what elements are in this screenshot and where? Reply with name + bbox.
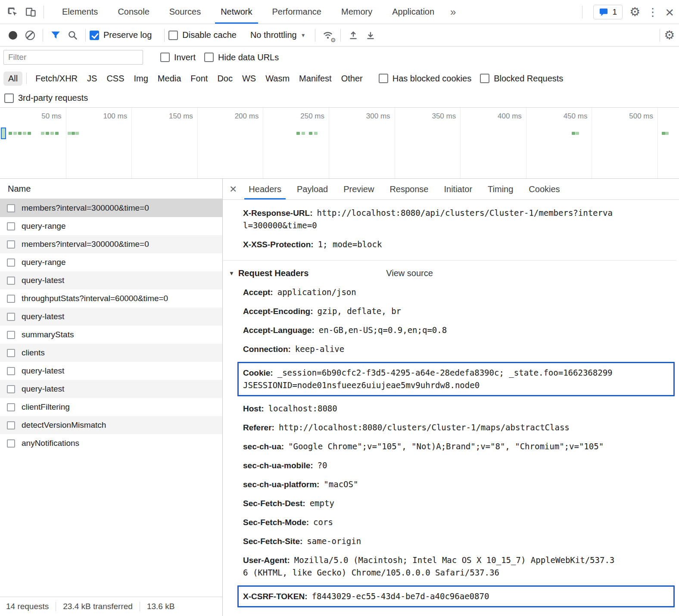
type-filter-img[interactable]: Img <box>129 72 153 86</box>
type-filter-js[interactable]: JS <box>82 72 102 86</box>
section-collapse-arrow[interactable]: ▼ <box>229 270 234 277</box>
issues-count: 1 <box>612 7 617 17</box>
header-value: http://localhost:8080/api/clusters/Clust… <box>317 208 613 218</box>
header-name: Cookie: <box>243 368 273 377</box>
main-tab-sources[interactable]: Sources <box>159 0 211 24</box>
detail-tab-cookies[interactable]: Cookies <box>521 179 567 199</box>
request-row[interactable]: query-range <box>0 253 222 271</box>
header-value: JSESSIONID=node01nsfueez6uiujeae5mv9uhrd… <box>243 379 669 392</box>
request-type-icon <box>7 403 15 411</box>
detail-tab-timing[interactable]: Timing <box>480 179 521 199</box>
request-row[interactable]: query-range <box>0 217 222 235</box>
timeline-activity-mark <box>13 132 17 135</box>
request-row[interactable]: summaryStats <box>0 326 222 344</box>
request-row[interactable]: clients <box>0 344 222 362</box>
network-conditions-button[interactable]: ⚙ <box>319 27 336 44</box>
inspect-element-button[interactable] <box>3 3 22 21</box>
header-name: X-CSRF-TOKEN: <box>243 592 308 601</box>
network-status-bar: 14 requests23.4 kB transferred13.6 kB <box>0 597 222 616</box>
request-row[interactable]: query-latest <box>0 362 222 380</box>
header-sec-ch-ua: sec-ch-ua:"Google Chrome";v="105", "Not)… <box>243 440 676 453</box>
third-party-filter-row: 3rd-party requests <box>0 89 679 108</box>
header-value: en-GB,en-US;q=0.9,en;q=0.8 <box>319 325 447 335</box>
third-party-checkbox[interactable] <box>4 93 14 103</box>
preserve-log-checkbox[interactable] <box>90 31 99 40</box>
inspect-cursor-icon <box>6 6 19 18</box>
disable-cache-checkbox[interactable] <box>168 31 178 40</box>
type-filter-ws[interactable]: WS <box>237 72 261 86</box>
invert-checkbox[interactable] <box>160 53 170 62</box>
network-overview-timeline[interactable]: 50 ms100 ms150 ms200 ms250 ms300 ms350 m… <box>0 108 679 179</box>
hide-data-urls-checkbox[interactable] <box>204 53 214 62</box>
request-row[interactable]: clientFiltering <box>0 398 222 416</box>
type-filter-css[interactable]: CSS <box>102 72 129 86</box>
throttling-select[interactable]: No throttling ▼ <box>250 30 306 40</box>
detail-tab-initiator[interactable]: Initiator <box>436 179 480 199</box>
settings-gear-icon[interactable]: ⚙ <box>629 6 640 18</box>
request-type-icon <box>7 258 15 267</box>
resource-type-filters: AllFetch/XHRJSCSSImgMediaFontDocWSWasmMa… <box>0 68 679 89</box>
detail-tab-headers[interactable]: Headers <box>241 179 289 199</box>
type-filter-all[interactable]: All <box>3 72 22 86</box>
search-button[interactable] <box>64 27 81 44</box>
type-filter-media[interactable]: Media <box>153 72 186 86</box>
export-har-button[interactable] <box>362 27 379 44</box>
main-tab-network[interactable]: Network <box>211 0 262 24</box>
main-tab-memory[interactable]: Memory <box>331 0 382 24</box>
type-filter-font[interactable]: Font <box>186 72 212 86</box>
kebab-menu-icon[interactable]: ⋮ <box>647 6 658 18</box>
detail-tab-response[interactable]: Response <box>382 179 436 199</box>
console-messages-badge[interactable]: 1 <box>593 5 623 19</box>
main-tab-console[interactable]: Console <box>108 0 159 24</box>
detail-tab-payload[interactable]: Payload <box>289 179 336 199</box>
has-blocked-cookies-label: Has blocked cookies <box>392 74 471 84</box>
timeline-activity-mark <box>55 132 59 135</box>
request-row[interactable]: throughputStats?interval=60000&time=0 <box>0 289 222 308</box>
filter-input[interactable] <box>3 50 143 65</box>
more-tabs-button[interactable]: » <box>444 6 462 18</box>
header-name: Referer: <box>243 423 274 432</box>
has-blocked-cookies-checkbox[interactable] <box>379 74 388 83</box>
close-devtools-icon[interactable]: × <box>665 5 674 19</box>
import-har-button[interactable] <box>345 27 362 44</box>
view-source-link[interactable]: View source <box>386 268 433 278</box>
header-name: sec-ch-ua: <box>243 442 284 451</box>
type-filter-manifest[interactable]: Manifest <box>294 72 336 86</box>
section-separator <box>223 260 676 261</box>
detail-tab-preview[interactable]: Preview <box>336 179 382 199</box>
request-row[interactable]: query-latest <box>0 380 222 398</box>
name-column-header[interactable]: Name <box>0 179 222 199</box>
request-name: clientFiltering <box>22 402 70 412</box>
request-row[interactable]: members?interval=300000&time=0 <box>0 235 222 253</box>
header-value: "Google Chrome";v="105", "Not)A;Brand";v… <box>288 442 604 451</box>
header-host: Host:localhost:8080 <box>243 402 676 415</box>
request-row[interactable]: query-latest <box>0 308 222 326</box>
main-tab-performance[interactable]: Performance <box>262 0 332 24</box>
blocked-requests-checkbox[interactable] <box>480 74 489 83</box>
type-filter-doc[interactable]: Doc <box>212 72 237 86</box>
type-filter-wasm[interactable]: Wasm <box>261 72 294 86</box>
filter-bar: Invert Hide data URLs <box>0 47 679 68</box>
filter-toggle-button[interactable] <box>47 27 64 44</box>
request-row[interactable]: query-latest <box>0 271 222 289</box>
header-name: Accept: <box>243 288 273 297</box>
requests-panel: Name members?interval=300000&time=0query… <box>0 179 223 616</box>
type-filter-other[interactable]: Other <box>336 72 368 86</box>
clear-network-log-button[interactable] <box>22 27 39 44</box>
close-details-icon[interactable]: × <box>230 183 237 195</box>
timeline-activity-mark <box>572 132 575 135</box>
main-tab-application[interactable]: Application <box>382 0 444 24</box>
toolbar-divider <box>43 29 43 42</box>
network-settings-gear-icon[interactable]: ⚙ <box>664 29 675 41</box>
type-filter-fetch-xhr[interactable]: Fetch/XHR <box>31 72 82 86</box>
header-referer: Referer:http://localhost:8080/clusters/C… <box>243 421 676 434</box>
main-tab-elements[interactable]: Elements <box>52 0 108 24</box>
request-row[interactable]: detectVersionMismatch <box>0 416 222 434</box>
record-network-log-button[interactable] <box>4 27 22 44</box>
timeline-activity-mark <box>9 132 12 135</box>
device-toolbar-icon <box>25 6 37 18</box>
header-cookie: Cookie:_session=6b90cfc2-f3d5-4295-a64e-… <box>237 362 675 396</box>
request-row[interactable]: members?interval=300000&time=0 <box>0 199 222 217</box>
request-row[interactable]: anyNotifications <box>0 434 222 452</box>
device-toolbar-button[interactable] <box>22 3 40 21</box>
